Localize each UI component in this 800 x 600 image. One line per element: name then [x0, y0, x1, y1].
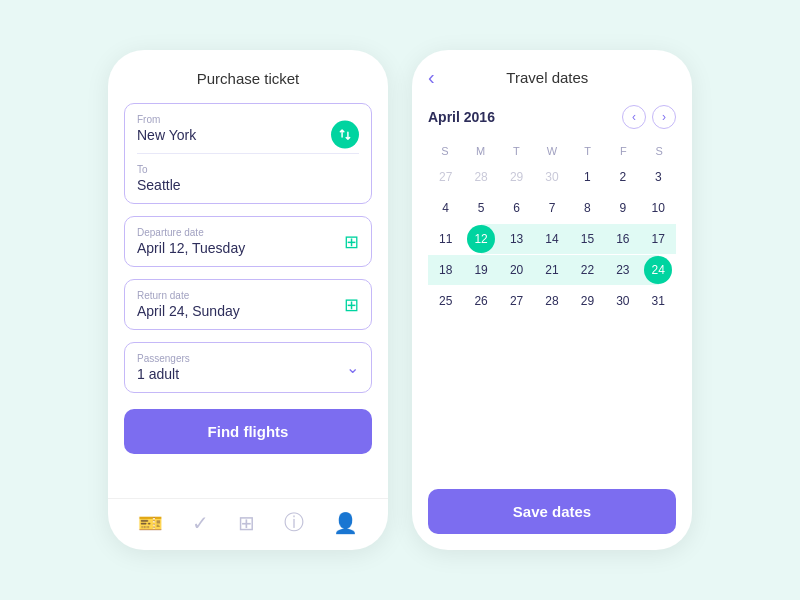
from-field[interactable]: From New York [125, 104, 371, 153]
calendar-day[interactable]: 26 [463, 286, 498, 316]
return-card[interactable]: Return date April 24, Sunday ⊞ [124, 279, 372, 330]
calendar-day[interactable]: 11 [428, 224, 463, 254]
chevron-down-icon: ⌄ [346, 358, 359, 377]
calendar-day[interactable]: 18 [428, 255, 463, 285]
right-phone: ‹ Travel dates April 2016 ‹ › S M T W T … [412, 50, 692, 550]
day-header-t1: T [499, 141, 533, 161]
calendar-day[interactable]: 28 [534, 286, 569, 316]
nav-user-icon[interactable]: 👤 [333, 511, 358, 535]
day-header-s1: S [428, 141, 462, 161]
to-value: Seattle [137, 177, 359, 193]
calendar-day[interactable]: 3 [641, 162, 676, 192]
nav-check-icon[interactable]: ✓ [192, 511, 209, 535]
calendar-day[interactable]: 6 [499, 193, 534, 223]
calendar-week-4: 18192021222324 [428, 255, 676, 285]
calendar-week-1: 27282930123 [428, 162, 676, 192]
calendar-week-5: 25262728293031 [428, 286, 676, 316]
calendar-week-3: 11121314151617 [428, 224, 676, 254]
nav-ticket-icon[interactable]: 🎫 [138, 511, 163, 535]
prev-month-button[interactable]: ‹ [622, 105, 646, 129]
calendar-week-2: 45678910 [428, 193, 676, 223]
passengers-label: Passengers [137, 353, 346, 364]
travel-dates-title: Travel dates [443, 69, 676, 86]
find-flights-button[interactable]: Find flights [124, 409, 372, 454]
calendar-day[interactable]: 15 [570, 224, 605, 254]
calendar-day[interactable]: 19 [463, 255, 498, 285]
calendar-day[interactable]: 29 [570, 286, 605, 316]
passengers-card[interactable]: Passengers 1 adult ⌄ [124, 342, 372, 393]
calendar-day[interactable]: 23 [605, 255, 640, 285]
calendar-month: April 2016 [428, 109, 495, 125]
calendar-day[interactable]: 30 [605, 286, 640, 316]
calendar-day[interactable]: 16 [605, 224, 640, 254]
calendar-nav: ‹ › [622, 105, 676, 129]
purchase-title: Purchase ticket [124, 70, 372, 87]
calendar-day[interactable]: 20 [499, 255, 534, 285]
return-label: Return date [137, 290, 359, 301]
nav-info-icon[interactable]: ⓘ [284, 509, 304, 536]
calendar-day[interactable]: 7 [534, 193, 569, 223]
calendar-day[interactable]: 24 [641, 255, 676, 285]
back-button[interactable]: ‹ [428, 66, 435, 89]
calendar-day[interactable]: 30 [534, 162, 569, 192]
calendar-day[interactable]: 27 [428, 162, 463, 192]
from-to-card: From New York To Seattle [124, 103, 372, 204]
left-phone: Purchase ticket From New York To Seattle… [108, 50, 388, 550]
bottom-nav: 🎫 ✓ ⊞ ⓘ 👤 [108, 498, 388, 550]
departure-calendar-icon: ⊞ [344, 231, 359, 253]
save-dates-button[interactable]: Save dates [428, 489, 676, 534]
day-header-m: M [464, 141, 498, 161]
from-value: New York [137, 127, 359, 143]
next-month-button[interactable]: › [652, 105, 676, 129]
day-headers-row: S M T W T F S [428, 141, 676, 161]
passengers-value: 1 adult [137, 366, 346, 382]
departure-value: April 12, Tuesday [137, 240, 359, 256]
calendar-day[interactable]: 2 [605, 162, 640, 192]
to-field[interactable]: To Seattle [125, 154, 371, 203]
from-label: From [137, 114, 359, 125]
calendar-day[interactable]: 13 [499, 224, 534, 254]
nav-calendar-icon[interactable]: ⊞ [238, 511, 255, 535]
calendar-weeks: 2728293012345678910111213141516171819202… [428, 162, 676, 316]
calendar-day[interactable]: 22 [570, 255, 605, 285]
swap-button[interactable] [331, 120, 359, 148]
return-calendar-icon: ⊞ [344, 294, 359, 316]
day-header-f: F [607, 141, 641, 161]
calendar-day[interactable]: 10 [641, 193, 676, 223]
calendar-day[interactable]: 31 [641, 286, 676, 316]
calendar-day[interactable]: 25 [428, 286, 463, 316]
calendar-day[interactable]: 1 [570, 162, 605, 192]
calendar-day[interactable]: 17 [641, 224, 676, 254]
return-value: April 24, Sunday [137, 303, 359, 319]
day-header-s2: S [642, 141, 676, 161]
calendar-grid: S M T W T F S 27282930123456789101112131… [428, 141, 676, 317]
day-header-t2: T [571, 141, 605, 161]
calendar-header: April 2016 ‹ › [428, 105, 676, 129]
calendar-day[interactable]: 28 [463, 162, 498, 192]
departure-label: Departure date [137, 227, 359, 238]
to-label: To [137, 164, 359, 175]
calendar-day[interactable]: 14 [534, 224, 569, 254]
calendar-day[interactable]: 21 [534, 255, 569, 285]
departure-card[interactable]: Departure date April 12, Tuesday ⊞ [124, 216, 372, 267]
calendar-day[interactable]: 29 [499, 162, 534, 192]
calendar-day[interactable]: 5 [463, 193, 498, 223]
day-header-w: W [535, 141, 569, 161]
calendar-day[interactable]: 4 [428, 193, 463, 223]
right-header: ‹ Travel dates [428, 66, 676, 89]
calendar-day[interactable]: 8 [570, 193, 605, 223]
calendar-day[interactable]: 12 [463, 224, 498, 254]
calendar-day[interactable]: 9 [605, 193, 640, 223]
calendar-day[interactable]: 27 [499, 286, 534, 316]
